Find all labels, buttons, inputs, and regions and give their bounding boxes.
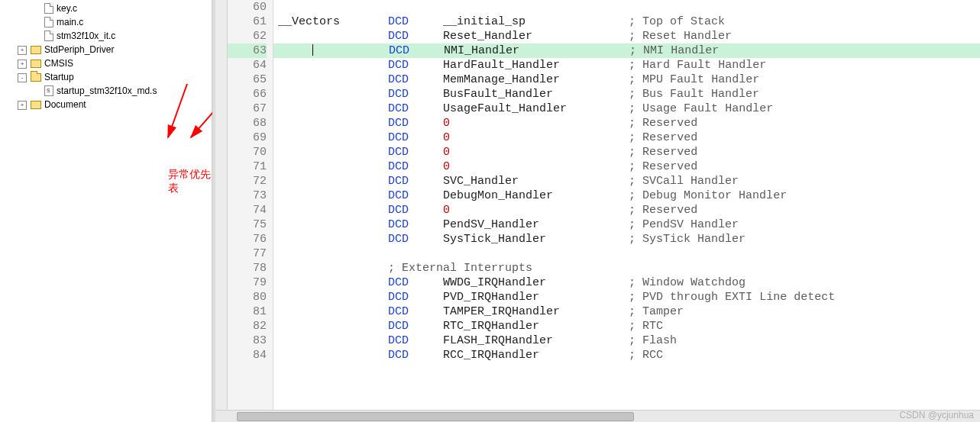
code-line[interactable]: DCD UsageFault_Handler ; Usage Fault Han…: [273, 101, 980, 116]
code-line[interactable]: DCD 0 ; Reserved: [273, 159, 980, 174]
watermark: CSDN @ycjunhua: [899, 410, 974, 420]
tree-item[interactable]: startup_stm32f10x_md.s: [0, 84, 212, 98]
line-number: 60: [228, 0, 267, 14]
line-number: 81: [228, 304, 267, 319]
tree-item[interactable]: key.c: [0, 2, 212, 15]
line-number: 64: [228, 58, 267, 72]
tree-item-label: CMSIS: [44, 58, 73, 69]
code-line[interactable]: DCD RCC_IRQHandler ; RCC: [273, 348, 980, 362]
code-line[interactable]: DCD PVD_IRQHandler ; PVD through EXTI Li…: [273, 290, 980, 304]
tree-item-label: startup_stm32f10x_md.s: [57, 85, 157, 96]
code-line[interactable]: DCD NMI_Handler ; NMI Handler: [273, 43, 980, 58]
code-line[interactable]: DCD BusFault_Handler ; Bus Fault Handler: [273, 87, 980, 101]
tree-item[interactable]: main.c: [0, 15, 212, 29]
code-line[interactable]: ; External Interrupts: [273, 261, 980, 275]
line-number: 68: [228, 116, 267, 130]
code-line[interactable]: DCD RTC_IRQHandler ; RTC: [273, 319, 980, 333]
line-number: 76: [228, 232, 267, 246]
code-line[interactable]: __Vectors DCD __initial_sp ; Top of Stac…: [273, 14, 980, 29]
folder-icon: [31, 101, 41, 109]
expand-icon[interactable]: +: [18, 101, 27, 110]
line-number: 79: [228, 275, 267, 290]
code-line[interactable]: DCD PendSV_Handler ; PendSV Handler: [273, 217, 980, 232]
annotation-label: 异常优先表: [168, 168, 212, 195]
code-line[interactable]: DCD DebugMon_Handler ; Debug Monitor Han…: [273, 188, 980, 203]
tree-item-label: Startup: [44, 72, 74, 82]
tree-item-label: key.c: [57, 3, 77, 14]
code-line[interactable]: DCD 0 ; Reserved: [273, 116, 980, 130]
line-number: 74: [228, 203, 267, 217]
code-line[interactable]: DCD 0 ; Reserved: [273, 145, 980, 159]
text-caret: [312, 44, 313, 56]
line-number: 73: [228, 188, 267, 203]
project-tree[interactable]: key.cmain.cstm32f10x_it.c+StdPeriph_Driv…: [0, 0, 212, 422]
line-number: 84: [228, 348, 267, 362]
code-line[interactable]: DCD Reset_Handler ; Reset Handler: [273, 29, 980, 43]
line-number-gutter: 6061626364656667686970717273747576777879…: [228, 0, 273, 422]
folder-icon: [31, 46, 41, 54]
tree-item[interactable]: +StdPeriph_Driver: [0, 43, 212, 56]
code-line[interactable]: [273, 246, 980, 261]
line-number: 70: [228, 145, 267, 159]
code-line[interactable]: DCD SysTick_Handler ; SysTick Handler: [273, 232, 980, 246]
scrollbar-thumb[interactable]: [237, 412, 634, 421]
line-number: 66: [228, 87, 267, 101]
tree-item-label: stm32f10x_it.c: [57, 31, 115, 41]
horizontal-scrollbar[interactable]: [215, 410, 980, 422]
line-number: 61: [228, 14, 267, 29]
collapse-icon[interactable]: -: [18, 73, 27, 82]
line-number: 65: [228, 72, 267, 87]
line-number: 63: [228, 43, 267, 58]
line-number: 77: [228, 246, 267, 261]
asm-file-icon: [44, 85, 53, 96]
fold-ruler: [215, 0, 228, 422]
line-number: 83: [228, 333, 267, 348]
tree-item-label: main.c: [57, 17, 83, 27]
line-number: 75: [228, 217, 267, 232]
line-number: 78: [228, 261, 267, 275]
code-editor[interactable]: 6061626364656667686970717273747576777879…: [212, 0, 980, 422]
tree-item[interactable]: -Startup: [0, 70, 212, 84]
code-line[interactable]: DCD FLASH_IRQHandler ; Flash: [273, 333, 980, 348]
code-line[interactable]: DCD 0 ; Reserved: [273, 130, 980, 145]
tree-item[interactable]: +Document: [0, 98, 212, 111]
c-file-icon: [44, 31, 53, 41]
line-number: 62: [228, 29, 267, 43]
tree-item-label: Document: [44, 99, 86, 110]
c-file-icon: [44, 17, 53, 27]
code-line[interactable]: DCD WWDG_IRQHandler ; Window Watchdog: [273, 275, 980, 290]
code-line[interactable]: [273, 0, 980, 14]
folder-icon: [31, 60, 41, 68]
expand-icon[interactable]: +: [18, 46, 27, 55]
code-line[interactable]: DCD MemManage_Handler ; MPU Fault Handle…: [273, 72, 980, 87]
line-number: 69: [228, 130, 267, 145]
c-file-icon: [44, 3, 53, 14]
code-content[interactable]: __Vectors DCD __initial_sp ; Top of Stac…: [273, 0, 980, 422]
tree-item[interactable]: stm32f10x_it.c: [0, 29, 212, 43]
code-line[interactable]: DCD SVC_Handler ; SVCall Handler: [273, 174, 980, 188]
code-line[interactable]: DCD 0 ; Reserved: [273, 203, 980, 217]
line-number: 82: [228, 319, 267, 333]
expand-icon[interactable]: +: [18, 60, 27, 69]
line-number: 72: [228, 174, 267, 188]
line-number: 71: [228, 159, 267, 174]
tree-item[interactable]: +CMSIS: [0, 56, 212, 70]
code-line[interactable]: DCD HardFault_Handler ; Hard Fault Handl…: [273, 58, 980, 72]
line-number: 67: [228, 101, 267, 116]
tree-item-label: StdPeriph_Driver: [44, 44, 114, 55]
line-number: 80: [228, 290, 267, 304]
folder-icon: [31, 73, 41, 82]
code-line[interactable]: DCD TAMPER_IRQHandler ; Tamper: [273, 304, 980, 319]
